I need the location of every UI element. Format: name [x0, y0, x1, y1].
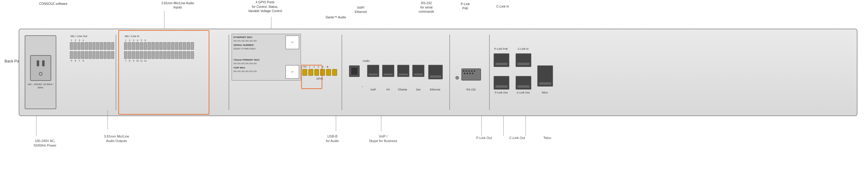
telco-port [537, 65, 553, 87]
divider-3 [342, 35, 342, 110]
ann-line-p-link-out-bottom [481, 116, 482, 136]
out-terminals-top [61, 42, 114, 50]
pri-port [382, 65, 394, 77]
gpio-label: GPIO [302, 77, 337, 80]
dante-primary-mac-label: ©Dante PRIMARY MAC [234, 58, 299, 62]
qr-code-ethernet: QR [285, 35, 299, 49]
mac-info-box: ETHERNET MAC XX-XX-XX-XX-XX-XX SERIAL NU… [231, 34, 301, 81]
out-terminals-bottom [61, 51, 114, 59]
divider-4 [450, 35, 450, 110]
gpio-section: +5V 1 2 3 4 ⊕ GPIO [302, 65, 337, 105]
ethernet-port [428, 65, 443, 79]
console-software-label: CONSOLE software [39, 1, 67, 6]
ann-line-mic-in [164, 11, 164, 29]
rs232-port-label: RS-232 [459, 88, 483, 91]
power-outlet [30, 55, 51, 81]
gpio-plus5v-label: +5V 1 2 3 4 ⊕ [302, 65, 337, 68]
in-numbers-top: 1 2 3 4 5 6 [119, 39, 225, 42]
rs232-screw [455, 76, 459, 80]
gpio-pins [302, 69, 337, 76]
mic-line-out-label: Mic / Line Out [61, 35, 114, 38]
c-link-in-port-label: C-Link In [513, 47, 534, 50]
out-numbers-bottom: 5 6 7 8 [61, 59, 114, 62]
dante-port [397, 65, 409, 77]
voip-port-label: VoIP [367, 88, 379, 91]
usb-b-port [349, 65, 360, 77]
rs232-label-top: RS-232for serialcommands [418, 1, 434, 14]
power-bottom-label: 100-240V AC,50/60Hz Power [34, 139, 56, 148]
ann-line-voip-bottom [381, 116, 381, 131]
divider-1 [116, 35, 116, 110]
rs232-port [461, 68, 481, 81]
dante-audio-label: Dante™ Audio [313, 15, 359, 19]
sec-port [412, 65, 424, 77]
c-link-in-port [516, 53, 531, 67]
divider-5 [489, 35, 490, 110]
ann-line-gpio [271, 17, 271, 29]
power-text: 100 - 240VAC 2A 50Hz / 60Hz [25, 83, 56, 89]
c-link-in-label-top: C-Link In [496, 4, 509, 8]
p-link-out-port [494, 76, 509, 89]
page-container: CONSOLE software 3.81mm Mic/Line Audio I… [0, 0, 868, 193]
pri-port-label: Pri [382, 88, 394, 91]
c-link-out-bottom-label: C-Link Out [502, 136, 532, 140]
ann-line-power-bottom [36, 116, 36, 136]
c-link-out-port-label: C-Link Out [513, 91, 534, 94]
voip-ethernet-label: VoIP/Ethernet [355, 5, 367, 14]
ann-line-telco-bottom [526, 116, 526, 136]
p-link-poe-label-top: P-LinkPoE [461, 2, 470, 10]
usb-b-bottom-label: USB-Bfor Audio [326, 134, 339, 143]
audio-label: Audio [363, 59, 370, 62]
p-link-out-bottom-label: P-Link Out [469, 136, 499, 140]
mic-line-in-label: Mic / Line In [119, 35, 225, 38]
voip-port [367, 65, 379, 77]
in-numbers-bottom: 7 8 9 10 11 12 [119, 59, 225, 62]
gpio-ports-label: 4 GPIO Portsfor Control, Status,Variable… [240, 0, 291, 13]
telco-port-label: Telco [535, 91, 555, 94]
top-annotations-area: CONSOLE software 3.81mm Mic/Line Audio I… [0, 0, 868, 29]
voip-skype-bottom-label: VoIP /Skype for Business [356, 134, 410, 143]
dante-port-label: ©Dante [394, 88, 411, 91]
c-link-out-port [516, 76, 531, 89]
divider-2 [228, 35, 229, 110]
qr-code-dante: QR [285, 65, 299, 79]
chassis-body: 100 - 240VAC 2A 50Hz / 60Hz Mic / Line O… [19, 29, 858, 116]
sec-port-label: Sec [412, 88, 424, 91]
mic-line-outputs-bottom-label: 3.81mm Mic/LineAudio Outputs [92, 134, 141, 143]
out-numbers-top: 1 2 3 4 [61, 39, 114, 42]
power-section: 100 - 240VAC 2A 50Hz / 60Hz [25, 35, 56, 109]
p-link-poe-port-label: P-Link PoE [491, 47, 512, 50]
in-terminals-bottom [119, 51, 225, 59]
ann-line-mic-out-bottom [107, 110, 108, 130]
ethernet-port-label: Ethernet [425, 88, 445, 91]
in-terminals-top [119, 42, 225, 50]
telco-bottom-label: Telco [537, 136, 558, 140]
mic-line-out-section: Mic / Line Out 1 2 3 4 [61, 35, 114, 109]
mic-line-inputs-label: 3.81mm Mic/Line Audio Inputs [157, 1, 199, 9]
mic-line-in-section: Mic / Line In 1 2 3 4 5 6 [119, 35, 225, 109]
p-link-out-port-label: P-Link Out [491, 91, 512, 94]
ann-line-usb-bottom [336, 116, 336, 131]
p-link-poe-port [494, 53, 509, 67]
usb-arrow: ← [361, 85, 364, 88]
